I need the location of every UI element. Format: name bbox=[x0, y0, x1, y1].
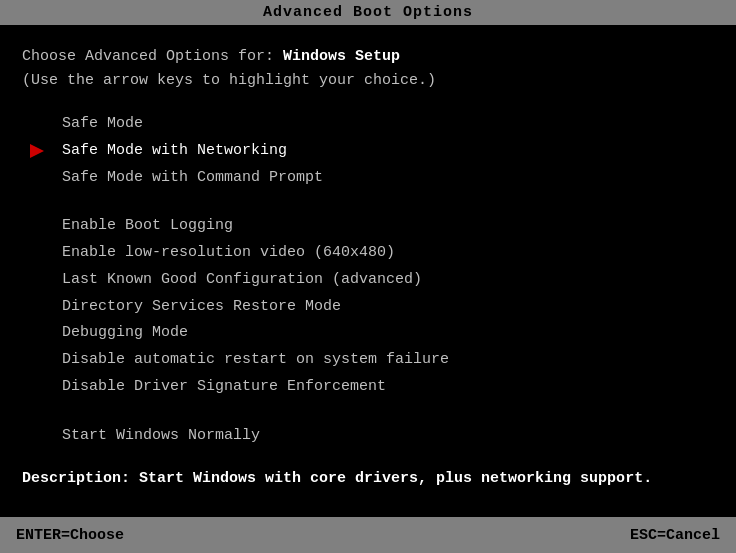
list-item[interactable]: Start Windows Normally bbox=[22, 423, 714, 450]
list-item[interactable]: Disable Driver Signature Enforcement bbox=[22, 374, 714, 401]
subtitle: Choose Advanced Options for: Windows Set… bbox=[22, 45, 714, 93]
enter-choose-label: ENTER=Choose bbox=[16, 527, 124, 544]
list-item[interactable]: Enable Boot Logging bbox=[22, 213, 714, 240]
main-content: Choose Advanced Options for: Windows Set… bbox=[0, 25, 736, 511]
bottom-bar: ENTER=Choose ESC=Cancel bbox=[0, 517, 736, 553]
menu-group-2: Enable Boot Logging Enable low-resolutio… bbox=[22, 213, 714, 400]
subtitle-line1: Choose Advanced Options for: bbox=[22, 48, 283, 65]
description-section: Description: Start Windows with core dri… bbox=[22, 467, 714, 491]
title-bar: Advanced Boot Options bbox=[0, 0, 736, 25]
title-text: Advanced Boot Options bbox=[263, 4, 473, 21]
list-item[interactable]: Safe Mode with Command Prompt bbox=[22, 165, 714, 192]
esc-cancel-label: ESC=Cancel bbox=[630, 527, 720, 544]
list-item[interactable]: Disable automatic restart on system fail… bbox=[22, 347, 714, 374]
list-item[interactable]: Enable low-resolution video (640x480) bbox=[22, 240, 714, 267]
list-item[interactable]: Safe Mode bbox=[22, 111, 714, 138]
menu-group-1: Safe Mode Safe Mode with Networking Safe… bbox=[22, 111, 714, 191]
subtitle-line2: (Use the arrow keys to highlight your ch… bbox=[22, 72, 436, 89]
list-item[interactable]: Debugging Mode bbox=[22, 320, 714, 347]
list-item[interactable]: Directory Services Restore Mode bbox=[22, 294, 714, 321]
list-item[interactable]: Last Known Good Configuration (advanced) bbox=[22, 267, 714, 294]
menu-group-3: Start Windows Normally bbox=[22, 423, 714, 450]
subtitle-bold: Windows Setup bbox=[283, 48, 400, 65]
list-item-selected[interactable]: Safe Mode with Networking bbox=[22, 138, 714, 165]
description-label: Description: bbox=[22, 470, 130, 487]
description-value: Start Windows with core drivers, plus ne… bbox=[139, 470, 652, 487]
